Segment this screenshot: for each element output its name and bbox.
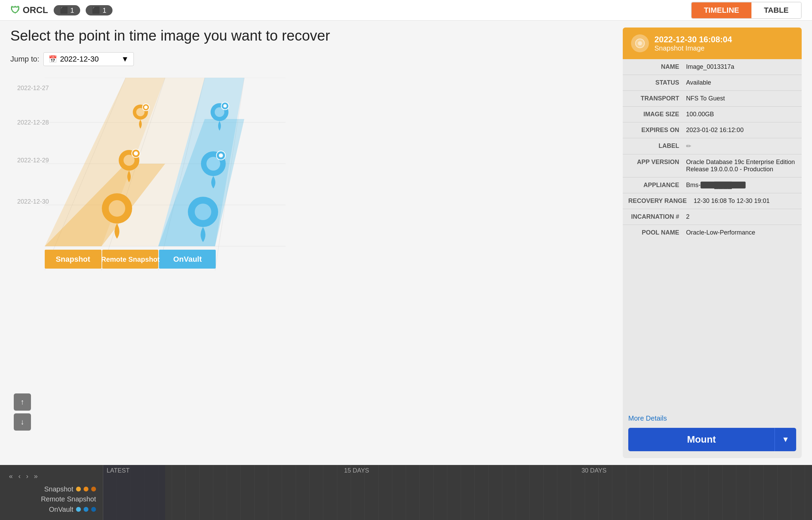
onvault-legend-label: OnVault xyxy=(49,506,73,513)
svg-rect-38 xyxy=(103,465,812,520)
card-body: NAME Image_0013317a STATUS Available TRA… xyxy=(623,59,802,408)
detail-status-row: STATUS Available xyxy=(623,75,802,91)
more-details-link[interactable]: More Details xyxy=(628,414,796,422)
appversion-val: Oracle Database 19c Enterprise Edition R… xyxy=(686,159,796,173)
detail-expires-row: EXPIRES ON 2023-01-02 16:12:00 xyxy=(623,122,802,138)
svg-text:Snapshot: Snapshot xyxy=(56,255,90,263)
nav-first-button[interactable]: « xyxy=(7,472,15,481)
svg-text:OnVault: OnVault xyxy=(173,255,202,263)
appversion-key: APP VERSION xyxy=(628,159,683,166)
onvault-dot-2 xyxy=(84,507,88,512)
jump-input-container[interactable]: 📅 ▼ xyxy=(43,52,134,66)
poolname-val: Oracle-Low-Performance xyxy=(686,229,796,236)
bottom-labels: « ‹ › » Snapshot Remote Snapshot OnVault xyxy=(0,465,103,520)
timeline-grid-svg: LATEST 15 DAYS 30 DAYS xyxy=(103,465,812,520)
svg-text:30 DAYS: 30 DAYS xyxy=(581,467,607,474)
svg-text:LATEST: LATEST xyxy=(107,467,130,474)
card-footer: More Details Mount ▼ xyxy=(623,408,802,458)
scroll-down-button[interactable]: ↓ xyxy=(14,413,31,431)
svg-text:Remote Snapshot: Remote Snapshot xyxy=(101,256,160,263)
detail-recovery-row: RECOVERY RANGE 12-30 16:08 To 12-30 19:0… xyxy=(623,193,802,209)
timeline-tab[interactable]: TIMELINE xyxy=(692,2,752,18)
svg-point-26 xyxy=(219,153,223,158)
detail-transport-row: TRANSPORT NFS To Guest xyxy=(623,91,802,107)
svg-text:15 DAYS: 15 DAYS xyxy=(344,467,369,474)
date-label-2: 2022-12-28 xyxy=(17,119,49,126)
svg-point-22 xyxy=(223,104,227,108)
detail-card: 2022-12-30 16:08:04 Snapshot Image NAME … xyxy=(623,28,802,458)
onvault-dot-3 xyxy=(91,507,96,512)
mount-dropdown-button[interactable]: ▼ xyxy=(774,428,796,451)
recovery-val: 12-30 16:08 To 12-30 19:01 xyxy=(694,197,796,205)
pill-1: ⬛ 1 xyxy=(54,5,81,15)
snapshot-dot-3 xyxy=(91,487,96,491)
page-title: Select the point in time image you want … xyxy=(10,28,612,44)
detail-label-row: LABEL ✏ xyxy=(623,138,802,154)
expires-val: 2023-01-02 16:12:00 xyxy=(686,127,796,134)
svg-point-18 xyxy=(109,200,125,217)
detail-imagesize-row: IMAGE SIZE 100.00GB xyxy=(623,107,802,122)
status-key: STATUS xyxy=(628,79,683,86)
edit-label-icon[interactable]: ✏ xyxy=(686,142,691,150)
svg-point-28 xyxy=(195,204,211,220)
svg-point-16 xyxy=(134,151,138,155)
bottom-timeline[interactable]: LATEST 15 DAYS 30 DAYS xyxy=(103,465,812,520)
recovery-key: RECOVERY RANGE xyxy=(628,197,691,205)
date-label-1: 2022-12-27 xyxy=(17,85,49,92)
transport-val: NFS To Guest xyxy=(686,95,796,102)
nav-last-button[interactable]: » xyxy=(32,472,40,481)
status-val: Available xyxy=(686,79,796,86)
snapshot-icon xyxy=(634,38,645,49)
pill-2: ⬛ 1 xyxy=(86,5,113,15)
onvault-dot-1 xyxy=(76,507,81,512)
remote-legend-label: Remote Snapshot xyxy=(41,495,96,503)
jump-date-input[interactable] xyxy=(60,55,118,64)
transport-key: TRANSPORT xyxy=(628,95,683,102)
snapshot-dot-2 xyxy=(84,487,88,491)
incarnation-val: 2 xyxy=(686,213,796,220)
incarnation-key: INCARNATION # xyxy=(628,213,683,220)
card-header: 2022-12-30 16:08:04 Snapshot Image xyxy=(623,28,802,59)
orcl-label: ORCL xyxy=(23,5,48,15)
imagesize-key: IMAGE SIZE xyxy=(628,111,683,118)
svg-point-36 xyxy=(638,41,642,45)
remote-legend-row: Remote Snapshot xyxy=(7,495,96,503)
jump-row: Jump to: 📅 ▼ xyxy=(10,52,612,66)
left-panel: Select the point in time image you want … xyxy=(10,28,612,458)
date-label-4: 2022-12-30 xyxy=(17,198,49,205)
table-tab[interactable]: TABLE xyxy=(751,2,801,18)
expires-key: EXPIRES ON xyxy=(628,127,683,134)
perspective-svg: Snapshot Remote Snapshot OnVault xyxy=(45,78,286,270)
snapshot-legend-row: Snapshot xyxy=(7,485,96,493)
nav-prev-button[interactable]: ‹ xyxy=(16,472,23,481)
view-toggle: TIMELINE TABLE xyxy=(691,2,802,19)
detail-appversion-row: APP VERSION Oracle Database 19c Enterpri… xyxy=(623,154,802,177)
bottom-bar: « ‹ › » Snapshot Remote Snapshot OnVault xyxy=(0,465,812,520)
svg-point-12 xyxy=(144,106,148,109)
onvault-legend-row: OnVault xyxy=(7,506,96,513)
snapshot-dot-1 xyxy=(76,487,81,491)
card-type: Snapshot Image xyxy=(654,44,732,52)
pill-2-icon: ⬛ xyxy=(92,7,100,14)
name-key: NAME xyxy=(628,63,683,71)
poolname-key: POOL NAME xyxy=(628,229,683,236)
detail-poolname-row: POOL NAME Oracle-Low-Performance xyxy=(623,225,802,240)
appliance-key: APPLIANCE xyxy=(628,182,683,189)
orcl-badge: 🛡 ORCL xyxy=(10,4,48,16)
card-header-text: 2022-12-30 16:08:04 Snapshot Image xyxy=(654,35,732,52)
appliance-val: Bms-████ xyxy=(686,182,796,189)
timeline-visualization: 2022-12-27 2022-12-28 2022-12-29 2022-12… xyxy=(10,74,612,458)
bottom-nav: « ‹ › » xyxy=(7,472,96,481)
nav-arrows: ↑ ↓ xyxy=(14,393,31,431)
shield-icon: 🛡 xyxy=(10,4,20,16)
header-left: 🛡 ORCL ⬛ 1 ⬛ 1 xyxy=(10,4,113,16)
calendar-icon: 📅 xyxy=(49,55,57,63)
app-header: 🛡 ORCL ⬛ 1 ⬛ 1 TIMELINE TABLE xyxy=(0,0,812,21)
scroll-up-button[interactable]: ↑ xyxy=(14,393,31,411)
card-date: 2022-12-30 16:08:04 xyxy=(654,35,732,44)
dropdown-arrow-icon: ▼ xyxy=(121,55,129,64)
mount-btn-row: Mount ▼ xyxy=(628,428,796,451)
mount-button[interactable]: Mount xyxy=(628,428,774,451)
nav-next-button[interactable]: › xyxy=(24,472,31,481)
date-label-3: 2022-12-29 xyxy=(17,157,49,164)
